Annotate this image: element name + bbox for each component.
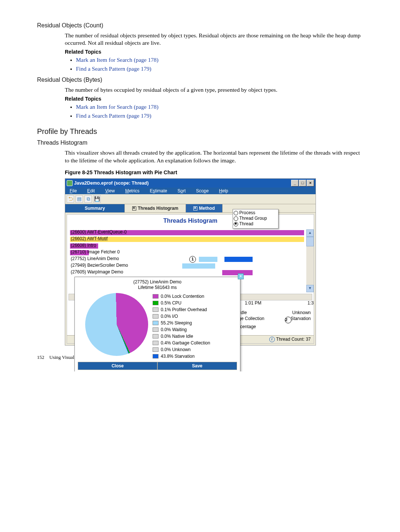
legend-label: 0.0% I/O [161,313,178,320]
legend-row: 0.0% I/O [153,313,210,320]
legend-swatch [153,301,159,305]
app-icon [67,180,73,186]
menu-metrics[interactable]: Metrics [121,188,146,194]
tooltip-thread-name: (27752) LineAnim Demo [78,279,237,285]
menu-help[interactable]: Help [214,188,234,194]
scope-option-thread-group[interactable]: Thread Group [234,216,278,221]
legend-swatch [153,307,159,312]
legend-swatch [153,294,159,299]
minimize-button[interactable]: _ [291,180,299,186]
legend-swatch [153,334,159,339]
figure-caption: Figure 8-25 Threads Histogram with Pie C… [65,169,363,175]
page-number: 152 [37,354,48,360]
related-topics-heading-2: Related Topics [65,96,363,102]
callout-1: 1 [189,256,196,263]
link-find-pattern[interactable]: Find a Search Pattern (page 179) [76,65,151,72]
legend-label: 0.0% Unknown [161,346,191,353]
heading-threads-histogram: Threads Histogram [37,139,363,146]
window-titlebar[interactable]: Java2Demo.eprof (scope: Thread) _ □ × [65,179,316,188]
legend-row: 0.1% Profiler Overhead [153,306,210,313]
scroll-down-icon[interactable]: ▼ [306,285,314,292]
row-label[interactable]: (26600) AWT-EventQueue-0 [71,229,127,235]
row-label[interactable]: (27605) WarpImage Demo [71,269,123,275]
heading-residual-bytes: Residual Objects (Bytes) [37,77,363,83]
thread-tooltip: × (27752) LineAnim Demo Lifetime 581643 … [74,277,240,371]
scroll-thumb[interactable] [306,237,314,246]
legend-row: 0.0% Native Idle [153,333,210,340]
tooltip-close-icon[interactable]: × [238,273,244,279]
info-icon: i [269,337,275,342]
tool-back-icon[interactable]: ⮌ [67,195,74,203]
scope-popup[interactable]: Process Thread Group Thread [233,209,279,229]
row-label[interactable]: (27949) BezierScroller Demo [71,263,128,268]
legend-row: 0.0% Lock Contention [153,293,210,300]
legend-label: 0.5% CPU [161,300,181,306]
legend-swatch [153,321,159,325]
window-title: Java2Demo.eprof (scope: Thread) [74,181,149,186]
tooltip-pie-chart [85,293,148,356]
tab-summary[interactable]: Summary [65,204,125,212]
tab-method[interactable]: Method [186,204,223,212]
legend-label: 43.8% Starvation [161,353,194,360]
app-window: Java2Demo.eprof (scope: Thread) _ □ × Fi… [65,178,316,346]
row-label[interactable]: (26710) Image Fetcher 0 [71,249,120,255]
legend-swatch [153,314,159,319]
menu-scope[interactable]: Scope [191,188,214,194]
row-label[interactable]: (26608) Intro [71,243,96,248]
related-links-list: Mark an Item for Search (page 178) Find … [65,55,363,73]
row-label[interactable]: (27752) LineAnim Demo [71,256,119,261]
tool-save-icon[interactable]: 💾 [93,195,101,203]
row-label[interactable]: (26602) AWT-Motif [71,236,108,241]
scope-option-process[interactable]: Process [234,210,278,216]
tooltip-close-button[interactable]: Close [78,362,157,370]
tooltip-save-button[interactable]: Save [157,362,237,370]
body-residual-count: The number of residual objects presented… [65,32,363,47]
toolbar: ⮌ ▤ ⧉ 💾 [65,194,316,204]
maximize-button[interactable]: □ [299,180,306,186]
menu-bar: File Edit View Metrics Estimate Sort Sco… [65,188,316,194]
menu-view[interactable]: View [101,188,121,194]
body-residual-bytes: The number of bytes occupied by residual… [65,86,363,94]
tooltip-legend: 0.0% Lock Contention0.5% CPU0.1% Profile… [153,293,210,360]
legend-label: 0.0% Waiting [161,326,187,333]
legend-swatch [153,347,159,352]
link-mark-item[interactable]: Mark an Item for Search (page 178) [76,57,159,63]
chart-panel: Threads Histogram (26600) AWT-EventQueue… [67,214,314,344]
callout-2: 2 [285,317,291,323]
legend-label: 0.4% Garbage Collection [161,340,210,346]
legend-row: 55.2% Sleeping [153,320,210,326]
link-find-pattern-2[interactable]: Find a Search Pattern (page 179) [76,112,151,119]
menu-sort[interactable]: Sort [173,188,191,194]
legend-swatch [153,327,159,332]
related-topics-heading: Related Topics [65,49,363,55]
close-button[interactable]: × [307,180,314,186]
link-mark-item-2[interactable]: Mark an Item for Search (page 178) [76,104,159,110]
legend-row: 0.4% Garbage Collection [153,340,210,346]
time-tick: 1:01 PM [245,300,261,306]
legend-swatch [153,354,159,358]
heading-residual-count: Residual Objects (Count) [37,22,363,29]
legend-row: 0.5% CPU [153,300,210,306]
scroll-up-icon[interactable]: ▲ [306,229,314,237]
scrollbar-vertical[interactable]: ▲ ▼ [306,229,314,292]
menu-estimate[interactable]: Estimate [146,188,173,194]
related-links-list-2: Mark an Item for Search (page 178) Find … [65,102,363,120]
tool-doc-icon[interactable]: ▤ [76,195,83,203]
menu-edit[interactable]: Edit [83,188,101,194]
thread-count: Thread Count: 37 [276,337,311,342]
time-tick-right: 1:3 [307,300,314,306]
legend-row: 43.8% Starvation [153,353,210,360]
legend-label: 0.0% Lock Contention [161,293,204,300]
scope-option-thread[interactable]: Thread [234,221,278,227]
tool-copy-icon[interactable]: ⧉ [84,195,92,203]
legend-label: 0.0% Native Idle [161,333,193,340]
tooltip-lifetime: Lifetime 581643 ms [78,285,237,291]
body-threads-histogram: This visualizer shows all threads create… [65,149,363,164]
menu-file[interactable]: File [65,188,83,194]
tab-threads-histogram[interactable]: Threads Histogram [125,204,186,212]
heading-profile-threads: Profile by Threads [37,127,363,136]
legend-row: 0.0% Waiting [153,326,210,333]
legend-swatch [153,341,159,345]
legend-row: 0.0% Unknown [153,346,210,353]
histogram-body: (26600) AWT-EventQueue-0 (26602) AWT-Mot… [67,229,314,292]
